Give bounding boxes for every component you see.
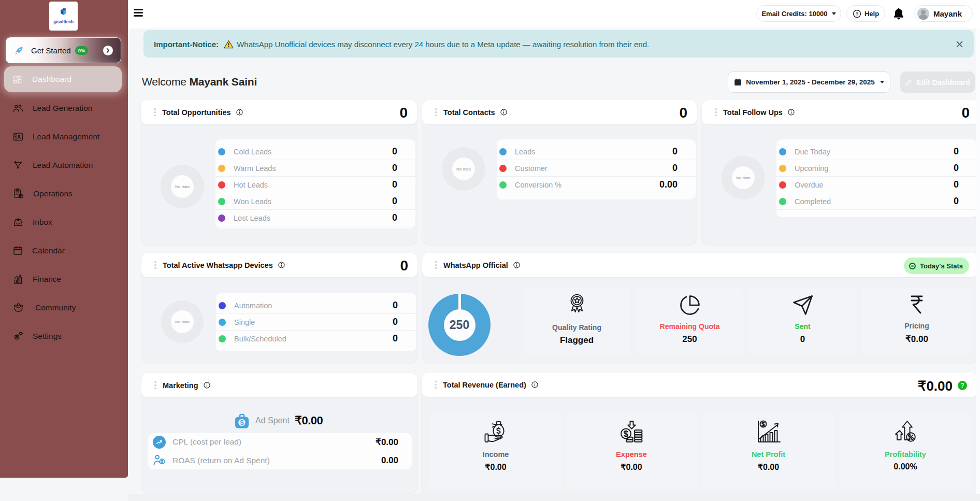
svg-text:?: ?: [856, 11, 859, 16]
svg-text:$: $: [240, 419, 244, 426]
